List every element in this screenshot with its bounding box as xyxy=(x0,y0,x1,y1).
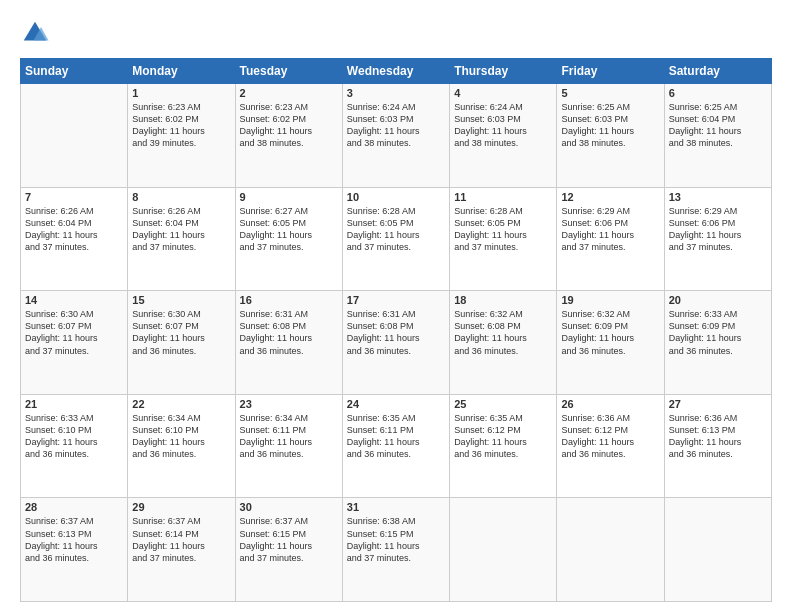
day-info: Sunrise: 6:34 AM Sunset: 6:10 PM Dayligh… xyxy=(132,412,230,461)
calendar-header-sunday: Sunday xyxy=(21,59,128,84)
calendar-cell: 8Sunrise: 6:26 AM Sunset: 6:04 PM Daylig… xyxy=(128,187,235,291)
logo-icon xyxy=(20,18,50,48)
day-number: 14 xyxy=(25,294,123,306)
calendar-cell: 30Sunrise: 6:37 AM Sunset: 6:15 PM Dayli… xyxy=(235,498,342,602)
calendar-cell: 16Sunrise: 6:31 AM Sunset: 6:08 PM Dayli… xyxy=(235,291,342,395)
calendar-cell: 17Sunrise: 6:31 AM Sunset: 6:08 PM Dayli… xyxy=(342,291,449,395)
day-number: 21 xyxy=(25,398,123,410)
day-info: Sunrise: 6:26 AM Sunset: 6:04 PM Dayligh… xyxy=(132,205,230,254)
day-number: 24 xyxy=(347,398,445,410)
day-info: Sunrise: 6:33 AM Sunset: 6:09 PM Dayligh… xyxy=(669,308,767,357)
calendar-cell xyxy=(450,498,557,602)
calendar-week-row: 7Sunrise: 6:26 AM Sunset: 6:04 PM Daylig… xyxy=(21,187,772,291)
day-info: Sunrise: 6:35 AM Sunset: 6:12 PM Dayligh… xyxy=(454,412,552,461)
calendar-cell: 21Sunrise: 6:33 AM Sunset: 6:10 PM Dayli… xyxy=(21,394,128,498)
day-number: 3 xyxy=(347,87,445,99)
calendar-cell: 25Sunrise: 6:35 AM Sunset: 6:12 PM Dayli… xyxy=(450,394,557,498)
calendar-cell: 9Sunrise: 6:27 AM Sunset: 6:05 PM Daylig… xyxy=(235,187,342,291)
calendar-header-tuesday: Tuesday xyxy=(235,59,342,84)
day-number: 18 xyxy=(454,294,552,306)
calendar-cell: 11Sunrise: 6:28 AM Sunset: 6:05 PM Dayli… xyxy=(450,187,557,291)
day-info: Sunrise: 6:27 AM Sunset: 6:05 PM Dayligh… xyxy=(240,205,338,254)
day-number: 29 xyxy=(132,501,230,513)
day-info: Sunrise: 6:35 AM Sunset: 6:11 PM Dayligh… xyxy=(347,412,445,461)
calendar-header-wednesday: Wednesday xyxy=(342,59,449,84)
calendar-cell xyxy=(664,498,771,602)
calendar-cell: 3Sunrise: 6:24 AM Sunset: 6:03 PM Daylig… xyxy=(342,84,449,188)
calendar-week-row: 1Sunrise: 6:23 AM Sunset: 6:02 PM Daylig… xyxy=(21,84,772,188)
day-info: Sunrise: 6:38 AM Sunset: 6:15 PM Dayligh… xyxy=(347,515,445,564)
day-number: 16 xyxy=(240,294,338,306)
day-info: Sunrise: 6:31 AM Sunset: 6:08 PM Dayligh… xyxy=(347,308,445,357)
day-number: 27 xyxy=(669,398,767,410)
day-info: Sunrise: 6:36 AM Sunset: 6:12 PM Dayligh… xyxy=(561,412,659,461)
day-info: Sunrise: 6:26 AM Sunset: 6:04 PM Dayligh… xyxy=(25,205,123,254)
calendar-cell: 27Sunrise: 6:36 AM Sunset: 6:13 PM Dayli… xyxy=(664,394,771,498)
calendar-cell: 22Sunrise: 6:34 AM Sunset: 6:10 PM Dayli… xyxy=(128,394,235,498)
day-number: 28 xyxy=(25,501,123,513)
calendar-cell xyxy=(557,498,664,602)
day-info: Sunrise: 6:24 AM Sunset: 6:03 PM Dayligh… xyxy=(347,101,445,150)
calendar-header-friday: Friday xyxy=(557,59,664,84)
calendar-cell: 18Sunrise: 6:32 AM Sunset: 6:08 PM Dayli… xyxy=(450,291,557,395)
calendar-header-row: SundayMondayTuesdayWednesdayThursdayFrid… xyxy=(21,59,772,84)
calendar-table: SundayMondayTuesdayWednesdayThursdayFrid… xyxy=(20,58,772,602)
calendar-header-saturday: Saturday xyxy=(664,59,771,84)
day-number: 4 xyxy=(454,87,552,99)
day-info: Sunrise: 6:31 AM Sunset: 6:08 PM Dayligh… xyxy=(240,308,338,357)
day-number: 10 xyxy=(347,191,445,203)
calendar-week-row: 21Sunrise: 6:33 AM Sunset: 6:10 PM Dayli… xyxy=(21,394,772,498)
day-number: 22 xyxy=(132,398,230,410)
day-number: 31 xyxy=(347,501,445,513)
calendar-cell: 13Sunrise: 6:29 AM Sunset: 6:06 PM Dayli… xyxy=(664,187,771,291)
day-info: Sunrise: 6:36 AM Sunset: 6:13 PM Dayligh… xyxy=(669,412,767,461)
day-info: Sunrise: 6:29 AM Sunset: 6:06 PM Dayligh… xyxy=(561,205,659,254)
day-number: 2 xyxy=(240,87,338,99)
day-number: 19 xyxy=(561,294,659,306)
calendar-header-monday: Monday xyxy=(128,59,235,84)
calendar-cell: 28Sunrise: 6:37 AM Sunset: 6:13 PM Dayli… xyxy=(21,498,128,602)
day-info: Sunrise: 6:37 AM Sunset: 6:15 PM Dayligh… xyxy=(240,515,338,564)
day-number: 8 xyxy=(132,191,230,203)
day-info: Sunrise: 6:24 AM Sunset: 6:03 PM Dayligh… xyxy=(454,101,552,150)
calendar-cell: 23Sunrise: 6:34 AM Sunset: 6:11 PM Dayli… xyxy=(235,394,342,498)
calendar-cell: 14Sunrise: 6:30 AM Sunset: 6:07 PM Dayli… xyxy=(21,291,128,395)
day-number: 17 xyxy=(347,294,445,306)
day-number: 11 xyxy=(454,191,552,203)
calendar-cell: 10Sunrise: 6:28 AM Sunset: 6:05 PM Dayli… xyxy=(342,187,449,291)
calendar-cell: 31Sunrise: 6:38 AM Sunset: 6:15 PM Dayli… xyxy=(342,498,449,602)
day-info: Sunrise: 6:25 AM Sunset: 6:03 PM Dayligh… xyxy=(561,101,659,150)
day-info: Sunrise: 6:29 AM Sunset: 6:06 PM Dayligh… xyxy=(669,205,767,254)
day-number: 7 xyxy=(25,191,123,203)
day-info: Sunrise: 6:28 AM Sunset: 6:05 PM Dayligh… xyxy=(454,205,552,254)
day-number: 13 xyxy=(669,191,767,203)
calendar-cell: 1Sunrise: 6:23 AM Sunset: 6:02 PM Daylig… xyxy=(128,84,235,188)
day-info: Sunrise: 6:37 AM Sunset: 6:14 PM Dayligh… xyxy=(132,515,230,564)
calendar-cell: 26Sunrise: 6:36 AM Sunset: 6:12 PM Dayli… xyxy=(557,394,664,498)
header xyxy=(20,18,772,48)
day-number: 1 xyxy=(132,87,230,99)
calendar-cell: 5Sunrise: 6:25 AM Sunset: 6:03 PM Daylig… xyxy=(557,84,664,188)
day-info: Sunrise: 6:37 AM Sunset: 6:13 PM Dayligh… xyxy=(25,515,123,564)
day-info: Sunrise: 6:28 AM Sunset: 6:05 PM Dayligh… xyxy=(347,205,445,254)
day-info: Sunrise: 6:25 AM Sunset: 6:04 PM Dayligh… xyxy=(669,101,767,150)
calendar-cell: 19Sunrise: 6:32 AM Sunset: 6:09 PM Dayli… xyxy=(557,291,664,395)
day-number: 23 xyxy=(240,398,338,410)
day-info: Sunrise: 6:30 AM Sunset: 6:07 PM Dayligh… xyxy=(25,308,123,357)
logo xyxy=(20,18,54,48)
calendar-week-row: 14Sunrise: 6:30 AM Sunset: 6:07 PM Dayli… xyxy=(21,291,772,395)
day-number: 12 xyxy=(561,191,659,203)
day-info: Sunrise: 6:32 AM Sunset: 6:09 PM Dayligh… xyxy=(561,308,659,357)
day-info: Sunrise: 6:30 AM Sunset: 6:07 PM Dayligh… xyxy=(132,308,230,357)
day-number: 15 xyxy=(132,294,230,306)
day-number: 20 xyxy=(669,294,767,306)
calendar-cell: 2Sunrise: 6:23 AM Sunset: 6:02 PM Daylig… xyxy=(235,84,342,188)
calendar-week-row: 28Sunrise: 6:37 AM Sunset: 6:13 PM Dayli… xyxy=(21,498,772,602)
calendar-cell: 24Sunrise: 6:35 AM Sunset: 6:11 PM Dayli… xyxy=(342,394,449,498)
day-info: Sunrise: 6:32 AM Sunset: 6:08 PM Dayligh… xyxy=(454,308,552,357)
day-number: 25 xyxy=(454,398,552,410)
day-number: 6 xyxy=(669,87,767,99)
day-info: Sunrise: 6:33 AM Sunset: 6:10 PM Dayligh… xyxy=(25,412,123,461)
day-info: Sunrise: 6:23 AM Sunset: 6:02 PM Dayligh… xyxy=(132,101,230,150)
page: SundayMondayTuesdayWednesdayThursdayFrid… xyxy=(0,0,792,612)
